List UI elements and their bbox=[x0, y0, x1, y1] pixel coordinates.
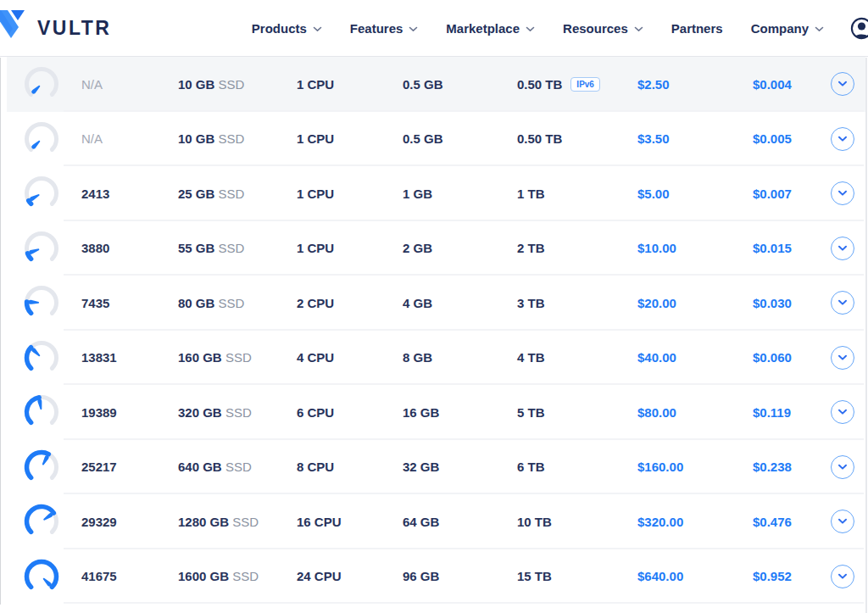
monthly-price: $20.00 bbox=[637, 296, 753, 310]
plan-row[interactable]: 3880 55 GB SSD 1 CPU 2 GB 2 TB $10.00 $0… bbox=[7, 221, 865, 276]
hourly-price: $0.015 bbox=[753, 241, 819, 255]
chevron-down-icon bbox=[837, 573, 848, 580]
page-right-scroll-edge[interactable] bbox=[865, 58, 867, 613]
performance-gauge-icon bbox=[7, 283, 81, 322]
storage-value: 160 GB SSD bbox=[178, 350, 297, 365]
expand-row-button[interactable] bbox=[831, 565, 854, 588]
performance-gauge-icon bbox=[7, 120, 81, 159]
performance-gauge-icon bbox=[7, 174, 81, 213]
benchmark-score: 7435 bbox=[81, 296, 178, 310]
storage-value: 80 GB SSD bbox=[178, 296, 297, 310]
storage-value: 10 GB SSD bbox=[178, 77, 297, 92]
vultr-logo-icon bbox=[0, 9, 30, 47]
monthly-price: $5.00 bbox=[637, 187, 753, 201]
nav-item-resources[interactable]: Resources bbox=[563, 21, 643, 36]
nav-item-features[interactable]: Features bbox=[350, 21, 419, 36]
storage-value: 25 GB SSD bbox=[178, 187, 297, 201]
plan-row[interactable]: 7435 80 GB SSD 2 CPU 4 GB 3 TB $20.00 $0… bbox=[7, 276, 865, 331]
storage-value: 55 GB SSD bbox=[178, 241, 297, 255]
account-icon bbox=[849, 16, 868, 41]
hourly-price: $0.007 bbox=[753, 187, 819, 201]
performance-gauge-icon bbox=[7, 557, 81, 596]
plan-row[interactable]: N/A 10 GB SSD 1 CPU 0.5 GB 0.50 TB $3.50… bbox=[7, 112, 865, 167]
pricing-table: N/A 10 GB SSD 1 CPU 0.5 GB 0.50 TB IPv6 … bbox=[7, 57, 865, 604]
memory-value: 64 GB bbox=[403, 515, 517, 529]
plan-row[interactable]: 19389 320 GB SSD 6 CPU 16 GB 5 TB $80.00… bbox=[7, 385, 865, 440]
plan-row[interactable]: 41675 1600 GB SSD 24 CPU 96 GB 15 TB $64… bbox=[7, 549, 865, 605]
hourly-price: $0.005 bbox=[753, 131, 819, 146]
chevron-down-icon bbox=[837, 464, 848, 471]
monthly-price: $640.00 bbox=[637, 569, 753, 583]
bandwidth-value: 15 TB bbox=[517, 569, 637, 583]
plan-row[interactable]: 25217 640 GB SSD 8 CPU 32 GB 6 TB $160.0… bbox=[7, 440, 865, 495]
hourly-price: $0.119 bbox=[753, 405, 819, 420]
memory-value: 4 GB bbox=[403, 296, 517, 310]
storage-value: 320 GB SSD bbox=[178, 405, 297, 420]
expand-row-button[interactable] bbox=[831, 181, 854, 205]
monthly-price: $160.00 bbox=[637, 460, 753, 474]
benchmark-score: 2413 bbox=[81, 187, 178, 201]
monthly-price: $320.00 bbox=[637, 515, 753, 529]
expand-row-button[interactable] bbox=[831, 291, 854, 315]
bandwidth-value: 0.50 TB IPv6 bbox=[517, 77, 637, 92]
expand-row-button[interactable] bbox=[831, 455, 854, 479]
memory-value: 96 GB bbox=[403, 569, 517, 583]
account-button[interactable] bbox=[849, 16, 868, 41]
vultr-logo[interactable]: VULTR bbox=[0, 9, 111, 47]
bandwidth-value: 3 TB bbox=[517, 296, 637, 310]
storage-value: 1280 GB SSD bbox=[178, 515, 297, 529]
expand-row-button[interactable] bbox=[831, 127, 854, 151]
expand-row-button[interactable] bbox=[831, 237, 854, 260]
cpu-value: 6 CPU bbox=[297, 405, 403, 420]
memory-value: 32 GB bbox=[403, 460, 517, 474]
monthly-price: $40.00 bbox=[637, 350, 753, 365]
monthly-price: $2.50 bbox=[637, 77, 753, 92]
chevron-down-icon bbox=[837, 245, 848, 252]
storage-value: 10 GB SSD bbox=[178, 131, 297, 146]
monthly-price: $3.50 bbox=[637, 131, 753, 146]
expand-row-button[interactable] bbox=[831, 510, 854, 533]
nav-item-marketplace[interactable]: Marketplace bbox=[446, 21, 535, 36]
cpu-value: 1 CPU bbox=[297, 187, 403, 201]
benchmark-score: 19389 bbox=[81, 405, 178, 420]
plan-row[interactable]: N/A 10 GB SSD 1 CPU 0.5 GB 0.50 TB IPv6 … bbox=[7, 57, 865, 112]
bandwidth-value: 2 TB bbox=[517, 241, 637, 255]
hourly-price: $0.060 bbox=[753, 350, 819, 365]
monthly-price: $80.00 bbox=[637, 405, 753, 420]
expand-row-button[interactable] bbox=[831, 400, 854, 424]
hourly-price: $0.238 bbox=[753, 460, 819, 474]
cpu-value: 2 CPU bbox=[297, 296, 403, 310]
benchmark-score: 13831 bbox=[81, 350, 178, 365]
nav-item-products[interactable]: Products bbox=[252, 21, 322, 36]
cpu-value: 1 CPU bbox=[297, 77, 403, 92]
memory-value: 1 GB bbox=[403, 187, 517, 201]
performance-gauge-icon bbox=[7, 448, 81, 487]
hourly-price: $0.030 bbox=[753, 296, 819, 310]
benchmark-score: N/A bbox=[81, 131, 178, 146]
expand-row-button[interactable] bbox=[831, 72, 854, 96]
bandwidth-value: 5 TB bbox=[517, 405, 637, 420]
performance-gauge-icon bbox=[7, 64, 81, 103]
plan-row[interactable]: 2413 25 GB SSD 1 CPU 1 GB 1 TB $5.00 $0.… bbox=[7, 166, 865, 221]
storage-value: 1600 GB SSD bbox=[178, 569, 297, 583]
nav-item-company[interactable]: Company bbox=[751, 21, 824, 36]
top-navigation-bar: VULTR Products Features Marketplace Reso… bbox=[0, 0, 868, 57]
benchmark-score: 25217 bbox=[81, 460, 178, 474]
cpu-value: 1 CPU bbox=[297, 241, 403, 255]
memory-value: 0.5 GB bbox=[403, 77, 517, 92]
chevron-down-icon bbox=[409, 26, 418, 32]
cpu-value: 24 CPU bbox=[297, 569, 403, 583]
nav-item-partners[interactable]: Partners bbox=[671, 21, 723, 36]
chevron-down-icon bbox=[526, 26, 535, 32]
memory-value: 8 GB bbox=[403, 350, 517, 365]
expand-row-button[interactable] bbox=[831, 346, 854, 370]
chevron-down-icon bbox=[837, 518, 848, 525]
performance-gauge-icon bbox=[7, 393, 81, 432]
plan-row[interactable]: 29329 1280 GB SSD 16 CPU 64 GB 10 TB $32… bbox=[7, 494, 865, 549]
hourly-price: $0.476 bbox=[753, 515, 819, 529]
cpu-value: 16 CPU bbox=[297, 515, 403, 529]
benchmark-score: 3880 bbox=[81, 241, 178, 255]
hourly-price: $0.952 bbox=[753, 569, 819, 583]
plan-row[interactable]: 13831 160 GB SSD 4 CPU 8 GB 4 TB $40.00 … bbox=[7, 331, 865, 386]
benchmark-score: 29329 bbox=[81, 515, 178, 529]
